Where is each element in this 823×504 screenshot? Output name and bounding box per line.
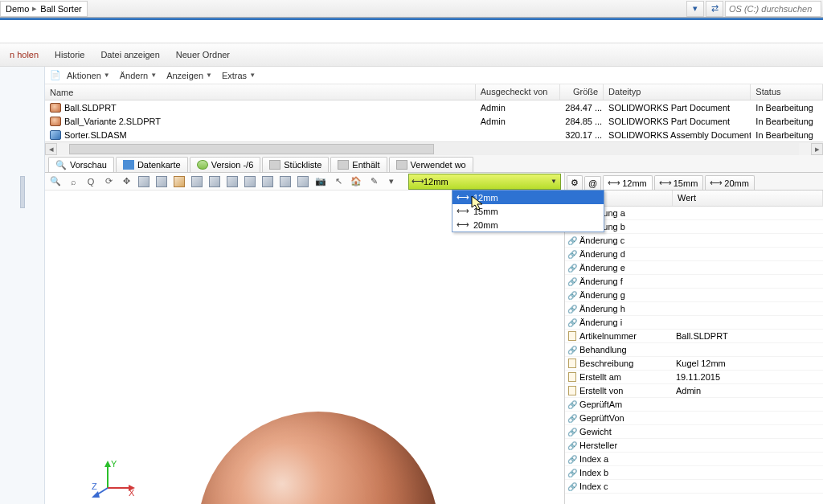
actions-menu[interactable]: Aktionen▼ bbox=[63, 69, 114, 82]
variable-row[interactable]: 🔗Änderung e bbox=[565, 261, 823, 275]
view-cube3-icon[interactable] bbox=[172, 174, 186, 189]
view-cube7-icon[interactable] bbox=[243, 174, 257, 189]
table-row[interactable]: Ball.SLDPRTAdmin284.47 ...SOLIDWORKS Par… bbox=[45, 100, 823, 114]
variable-row[interactable]: 🔗GeprüftAm bbox=[565, 398, 823, 412]
view-cube6-icon[interactable] bbox=[225, 174, 240, 189]
tab-bom[interactable]: Stückliste bbox=[262, 157, 329, 172]
variable-tabs: ⚙ @ ⟷12mm ⟷15mm ⟷20mm bbox=[565, 173, 823, 191]
preview-pane: 🔍 ⌕ Q ⟳ ✥ 📷 ↖ 🏠 bbox=[45, 173, 564, 504]
view-cube9-icon[interactable] bbox=[278, 174, 293, 189]
refresh-button[interactable]: ⇄ bbox=[706, 1, 723, 17]
scrollbar-thumb[interactable] bbox=[69, 144, 434, 154]
breadcrumb-item[interactable]: Demo bbox=[6, 4, 29, 14]
zoom-fit-icon[interactable]: Q bbox=[84, 174, 98, 189]
variable-name: Änderung i bbox=[579, 318, 673, 327]
var-tab-15mm[interactable]: ⟷15mm bbox=[654, 175, 704, 190]
sidebar-collapse-handle[interactable] bbox=[20, 176, 25, 208]
configuration-dropdown-list: ⟷12mm ⟷15mm ⟷20mm bbox=[452, 190, 604, 232]
variable-row[interactable]: Erstellt am19.11.2015 bbox=[565, 371, 823, 384]
variable-row[interactable]: 🔗Änderung f bbox=[565, 275, 823, 289]
variable-row[interactable]: ArtikelnummerBall.SLDPRT bbox=[565, 330, 823, 343]
edit-icon[interactable]: ✎ bbox=[366, 174, 381, 189]
configuration-dropdown[interactable]: ⟷ 12mm ▼ bbox=[408, 174, 561, 190]
history-dropdown-button[interactable]: ▾ bbox=[686, 1, 704, 17]
horizontal-scrollbar[interactable]: ◂ ▸ bbox=[45, 141, 823, 155]
variable-row[interactable]: 🔗Index c bbox=[565, 480, 823, 494]
svg-text:X: X bbox=[129, 488, 135, 498]
table-row[interactable]: Ball_Variante 2.SLDPRTAdmin284.85 ...SOL… bbox=[45, 114, 823, 128]
rotate-icon[interactable]: ⟳ bbox=[101, 174, 116, 189]
breadcrumb[interactable]: Demo ▸ Ball Sorter bbox=[0, 1, 88, 17]
home-icon[interactable]: 🏠 bbox=[349, 174, 363, 189]
bom-icon bbox=[269, 160, 280, 170]
variable-row[interactable]: 🔗Änderung d bbox=[565, 248, 823, 261]
at-icon: @ bbox=[588, 178, 597, 188]
chevron-down-icon: ▼ bbox=[551, 178, 557, 185]
search-input[interactable]: OS (C:) durchsuchen bbox=[725, 1, 821, 17]
table-row[interactable]: Sorter.SLDASM320.17 ...SOLIDWORKS Assemb… bbox=[45, 128, 823, 141]
variable-row[interactable]: Erstellt vonAdmin bbox=[565, 384, 823, 398]
var-tab-12mm[interactable]: ⟷12mm bbox=[603, 175, 653, 190]
col-size[interactable]: Größe bbox=[560, 84, 604, 100]
camera-icon[interactable]: 📷 bbox=[313, 174, 328, 189]
variable-row[interactable]: 🔗Behandlung bbox=[565, 343, 823, 357]
new-folder-button[interactable]: Neuer Ordner bbox=[170, 47, 236, 62]
col-status[interactable]: Status bbox=[751, 84, 823, 100]
breadcrumb-item[interactable]: Ball Sorter bbox=[40, 4, 81, 14]
document-icon bbox=[568, 386, 576, 395]
variable-row[interactable]: 🔗Gewicht bbox=[565, 425, 823, 439]
zoom-in-icon[interactable]: 🔍 bbox=[48, 174, 63, 189]
change-menu[interactable]: Ändern▼ bbox=[116, 69, 161, 82]
view-cube2-icon[interactable] bbox=[154, 174, 169, 189]
view-cube5-icon[interactable] bbox=[207, 174, 222, 189]
config-option-15mm[interactable]: ⟷15mm bbox=[452, 204, 604, 218]
tab-whereused[interactable]: Verwendet wo bbox=[389, 157, 473, 172]
more-icon[interactable]: ▾ bbox=[384, 174, 399, 189]
variable-name: Hersteller bbox=[579, 440, 673, 450]
svg-marker-7 bbox=[92, 491, 100, 498]
pan-icon[interactable]: ✥ bbox=[119, 174, 133, 189]
extras-menu[interactable]: Extras▼ bbox=[218, 69, 260, 82]
config-option-12mm[interactable]: ⟷12mm bbox=[452, 191, 604, 204]
view-cube8-icon[interactable] bbox=[260, 174, 275, 189]
select-icon[interactable]: ↖ bbox=[331, 174, 346, 189]
link-icon: 🔗 bbox=[567, 264, 577, 272]
view-cube1-icon[interactable] bbox=[137, 174, 151, 189]
tab-datacard[interactable]: Datenkarte bbox=[116, 157, 188, 172]
variable-row[interactable]: 🔗Hersteller bbox=[565, 439, 823, 453]
variable-row[interactable]: 🔗Änderung g bbox=[565, 289, 823, 302]
link-icon: 🔗 bbox=[567, 346, 577, 354]
variable-row[interactable]: 🔗Änderung c bbox=[565, 234, 823, 248]
file-type: SOLIDWORKS Assembly Document bbox=[604, 129, 751, 141]
col-value[interactable]: Wert bbox=[673, 191, 823, 206]
view-cube4-icon[interactable] bbox=[190, 174, 204, 189]
variable-row[interactable]: 🔗Änderung h bbox=[565, 302, 823, 316]
get-button[interactable]: n holen bbox=[3, 47, 45, 62]
col-name[interactable]: Name bbox=[45, 84, 476, 100]
variable-row[interactable]: 🔗Index a bbox=[565, 453, 823, 466]
link-icon: 🔗 bbox=[567, 277, 577, 286]
col-type[interactable]: Dateityp bbox=[604, 84, 751, 100]
variable-row[interactable]: 🔗Index b bbox=[565, 466, 823, 480]
var-tab-20mm[interactable]: ⟷20mm bbox=[705, 175, 755, 190]
variable-name: Änderung e bbox=[579, 263, 673, 272]
tab-preview[interactable]: 🔍Vorschau bbox=[48, 157, 114, 172]
tab-contains[interactable]: Enthält bbox=[330, 157, 387, 172]
scroll-right-icon[interactable]: ▸ bbox=[811, 143, 823, 155]
variable-row[interactable]: 🔗Änderung i bbox=[565, 316, 823, 330]
display-menu[interactable]: Anzeigen▼ bbox=[162, 69, 216, 82]
variable-row[interactable]: BeschreibungKugel 12mm bbox=[565, 357, 823, 371]
col-checkedout[interactable]: Ausgecheckt von bbox=[476, 84, 561, 100]
history-button[interactable]: Historie bbox=[48, 47, 91, 62]
preview-canvas[interactable]: Y X Z bbox=[45, 191, 564, 504]
scroll-left-icon[interactable]: ◂ bbox=[45, 143, 57, 155]
zoom-area-icon[interactable]: ⌕ bbox=[66, 174, 80, 189]
show-file-button[interactable]: Datei anzeigen bbox=[94, 47, 166, 62]
config-option-20mm[interactable]: ⟷20mm bbox=[452, 218, 604, 232]
variable-row[interactable]: 🔗GeprüftVon bbox=[565, 412, 823, 425]
view-cube10-icon[interactable] bbox=[296, 174, 310, 189]
tab-version[interactable]: Version -/6 bbox=[190, 157, 261, 172]
var-tab-gear[interactable]: ⚙ bbox=[567, 175, 583, 190]
svg-text:Z: Z bbox=[92, 481, 97, 491]
var-tab-at[interactable]: @ bbox=[584, 176, 601, 190]
